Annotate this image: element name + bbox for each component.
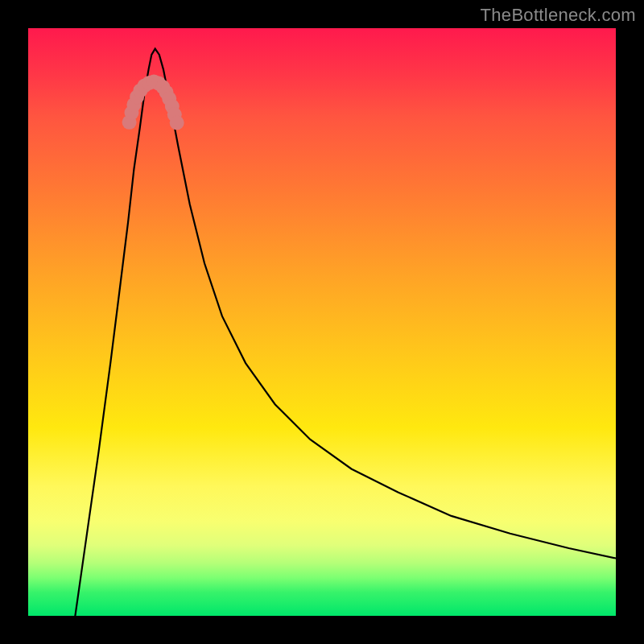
pink-dotted-band [122, 74, 184, 130]
bottleneck-curve [28, 28, 616, 616]
watermark-text: TheBottleneck.com [481, 5, 636, 26]
band-dot [170, 116, 184, 130]
chart-frame [28, 28, 616, 616]
